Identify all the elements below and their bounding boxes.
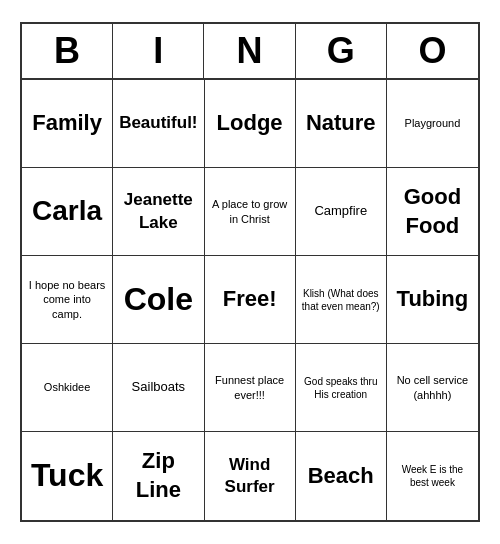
- cell-11: Cole: [113, 256, 204, 344]
- header-i: I: [113, 24, 204, 78]
- cell-13: Klish (What does that even mean?): [296, 256, 387, 344]
- cell-21: Zip Line: [113, 432, 204, 520]
- cell-24: Week E is the best week: [387, 432, 478, 520]
- cell-4: Playground: [387, 80, 478, 168]
- cell-20: Tuck: [22, 432, 113, 520]
- bingo-header: B I N G O: [22, 24, 478, 80]
- cell-8: Campfire: [296, 168, 387, 256]
- header-b: B: [22, 24, 113, 78]
- header-g: G: [296, 24, 387, 78]
- cell-16: Sailboats: [113, 344, 204, 432]
- cell-23: Beach: [296, 432, 387, 520]
- cell-5: Carla: [22, 168, 113, 256]
- cell-10: I hope no bears come into camp.: [22, 256, 113, 344]
- cell-18: God speaks thru His creation: [296, 344, 387, 432]
- cell-22: Wind Surfer: [205, 432, 296, 520]
- header-o: O: [387, 24, 478, 78]
- cell-19: No cell service (ahhhh): [387, 344, 478, 432]
- cell-3: Nature: [296, 80, 387, 168]
- bingo-grid: Family Beautiful! Lodge Nature Playgroun…: [22, 80, 478, 520]
- cell-7: A place to grow in Christ: [205, 168, 296, 256]
- cell-2: Lodge: [205, 80, 296, 168]
- cell-0: Family: [22, 80, 113, 168]
- cell-14: Tubing: [387, 256, 478, 344]
- cell-17: Funnest place ever!!!: [205, 344, 296, 432]
- bingo-card: B I N G O Family Beautiful! Lodge Nature…: [20, 22, 480, 522]
- cell-6: Jeanette Lake: [113, 168, 204, 256]
- cell-1: Beautiful!: [113, 80, 204, 168]
- cell-9: Good Food: [387, 168, 478, 256]
- cell-12: Free!: [205, 256, 296, 344]
- cell-15: Oshkidee: [22, 344, 113, 432]
- header-n: N: [204, 24, 295, 78]
